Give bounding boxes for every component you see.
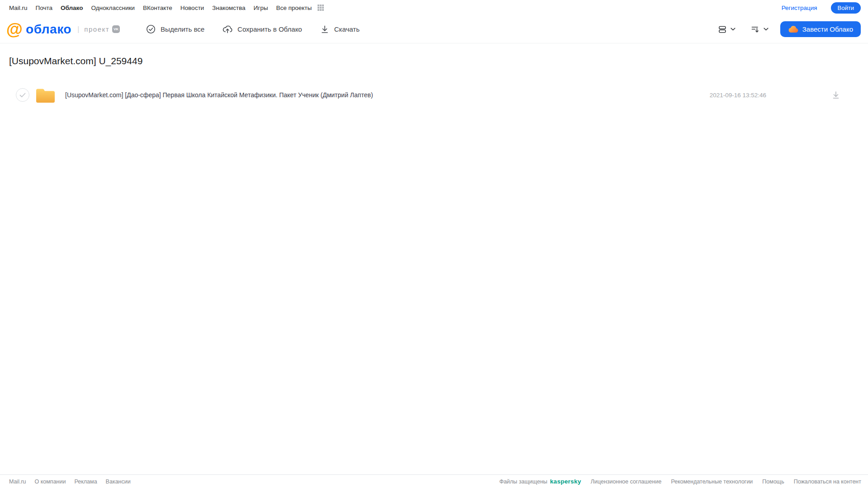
footer-help-link[interactable]: Помощь — [762, 479, 784, 485]
download-button[interactable]: Скачать — [320, 25, 360, 34]
cloud-orange-icon — [788, 25, 798, 33]
cloud-logo[interactable]: @ облако | проект VK — [6, 21, 120, 38]
download-label: Скачать — [334, 25, 360, 33]
view-mode-dropdown[interactable] — [716, 23, 737, 36]
footer-jobs-link[interactable]: Вакансии — [106, 479, 131, 485]
download-icon — [320, 25, 329, 34]
check-circle-icon — [146, 24, 156, 34]
registration-link[interactable]: Регистрация — [782, 5, 817, 11]
toolbar-right-controls: Завести Облако — [716, 21, 861, 37]
nav-dating[interactable]: Знакомства — [212, 5, 245, 11]
toolbar-actions: Выделить все Сохранить в Облако Скачат — [146, 24, 360, 34]
logo-word: облако — [26, 22, 71, 37]
chevron-down-icon — [730, 28, 735, 31]
nav-odnoklassniki[interactable]: Одноклассники — [91, 5, 134, 11]
nav-cloud[interactable]: Облако — [61, 5, 83, 11]
view-mode-icon — [718, 25, 727, 34]
kaspersky-logo[interactable]: kaspersky — [550, 478, 581, 485]
save-to-cloud-button[interactable]: Сохранить в Облако — [223, 24, 302, 34]
main-content: [UsupovMarket.com] U_259449 [UsupovMarke… — [0, 56, 868, 105]
nav-mailru[interactable]: Mail.ru — [9, 5, 28, 11]
save-to-cloud-label: Сохранить в Облако — [237, 25, 302, 33]
kaspersky-protected: Файлы защищены kaspersky — [499, 478, 581, 485]
sort-dropdown[interactable] — [749, 23, 770, 36]
select-all-label: Выделить все — [161, 25, 204, 33]
footer: Mail.ru О компании Реклама Вакансии Файл… — [0, 474, 868, 488]
file-row[interactable]: [UsupovMarket.com] [Дао-сфера] Первая Шк… — [9, 85, 859, 105]
nav-mail[interactable]: Почта — [36, 5, 53, 11]
footer-mailru-link[interactable]: Mail.ru — [9, 479, 26, 485]
footer-ads-link[interactable]: Реклама — [74, 479, 97, 485]
nav-news[interactable]: Новости — [180, 5, 204, 11]
nav-all-projects[interactable]: Все проекты — [276, 5, 312, 11]
file-download-button[interactable] — [830, 90, 841, 100]
protected-label: Файлы защищены — [499, 479, 547, 485]
footer-right-links: Файлы защищены kaspersky Лицензионное со… — [499, 478, 861, 485]
file-checkbox[interactable] — [16, 88, 29, 102]
file-download-icon — [831, 90, 840, 99]
logo-divider: | — [77, 25, 79, 34]
file-name-link[interactable]: [UsupovMarket.com] [Дао-сфера] Первая Шк… — [65, 91, 710, 99]
footer-license-link[interactable]: Лицензионное соглашение — [591, 479, 662, 485]
footer-report-link[interactable]: Пожаловаться на контент — [794, 479, 861, 485]
folder-icon — [35, 87, 56, 103]
project-label: проект — [84, 25, 109, 33]
check-icon — [19, 93, 26, 98]
portal-nav: Mail.ru Почта Облако Одноклассники ВКонт… — [0, 0, 868, 15]
nav-vkontakte[interactable]: ВКонтакте — [143, 5, 172, 11]
page-title: [UsupovMarket.com] U_259449 — [9, 56, 859, 66]
vk-badge-icon: VK — [112, 25, 120, 33]
get-cloud-button[interactable]: Завести Облако — [780, 21, 861, 37]
nav-games[interactable]: Игры — [254, 5, 268, 11]
chevron-down-icon — [764, 28, 768, 31]
footer-left-links: Mail.ru О компании Реклама Вакансии — [9, 479, 131, 485]
footer-recommendations-link[interactable]: Рекомендательные технологии — [671, 479, 753, 485]
cloud-upload-icon — [223, 24, 232, 34]
login-button[interactable]: Войти — [831, 2, 861, 14]
mailru-at-icon: @ — [6, 21, 23, 38]
cloud-toolbar: @ облако | проект VK Выделить все — [0, 15, 868, 43]
footer-about-link[interactable]: О компании — [35, 479, 66, 485]
grid-dots-icon[interactable] — [317, 4, 324, 11]
get-cloud-label: Завести Облако — [802, 25, 853, 33]
file-date: 2021-09-16 13:52:46 — [710, 92, 766, 99]
sort-icon — [751, 25, 760, 34]
select-all-button[interactable]: Выделить все — [146, 24, 204, 34]
